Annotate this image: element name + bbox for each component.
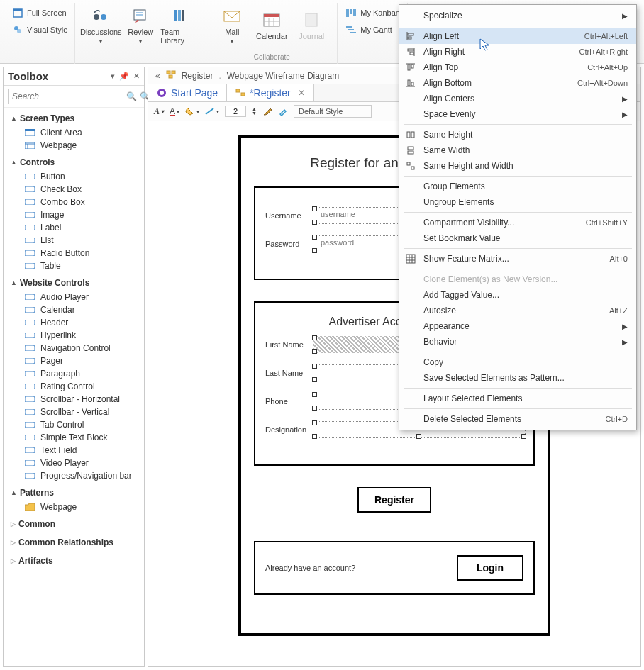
toolbox-item[interactable]: Image (4, 208, 144, 221)
discussions-button[interactable]: Discussions▾ (81, 3, 121, 45)
ctx-delete-sel[interactable]: Delete Selected ElementsCtrl+D (399, 411, 636, 427)
toolbox-item[interactable]: Button (4, 170, 144, 183)
group-artifacts[interactable]: ▷Artifacts (4, 553, 144, 569)
toolbox-item[interactable]: Table (4, 259, 144, 272)
toolbox-item[interactable]: Tab Control (4, 418, 144, 431)
control-icon (25, 248, 35, 258)
toolbox-item[interactable]: Hyperlink (4, 329, 144, 342)
login-panel[interactable]: Already have an account? Login (254, 541, 535, 595)
group-common[interactable]: ▷Common (4, 516, 144, 532)
visualstyle-button[interactable]: Visual Style (10, 23, 69, 37)
tab-startpage[interactable]: Start Page (148, 84, 227, 101)
line-weight-input[interactable] (225, 106, 246, 117)
toolbox-item[interactable]: Check Box (4, 183, 144, 196)
toolbox-item[interactable]: Header (4, 316, 144, 329)
mail-button[interactable]: Mail▾ (212, 3, 252, 45)
toolbox-item[interactable]: Rating Control (4, 380, 144, 393)
register-button[interactable]: Register (357, 487, 431, 513)
toolbox-item[interactable]: Calendar (4, 303, 144, 316)
ctx-specialize[interactable]: Specialize▶ (399, 8, 636, 23)
ctx-same-width[interactable]: Same Width (399, 143, 636, 158)
group-patterns[interactable]: ▲Patterns (4, 485, 144, 501)
toolbox-item[interactable]: Label (4, 221, 144, 234)
group-website-controls[interactable]: ▲Website Controls (4, 275, 144, 291)
picker-tool[interactable] (278, 106, 288, 116)
toolbox-item[interactable]: Paragraph (4, 367, 144, 380)
control-icon (25, 471, 35, 481)
spinner[interactable]: ▲▼ (252, 107, 257, 116)
ctx-space-evenly[interactable]: Space Evenly▶ (399, 106, 636, 122)
toolbox-item[interactable]: Scrollbar - Horizontal (4, 393, 144, 406)
brush-tool[interactable] (262, 106, 272, 116)
ctx-add-tagged[interactable]: Add Tagged Value... (399, 287, 636, 303)
toolbox-close-icon[interactable]: ✕ (133, 72, 140, 81)
control-icon (25, 223, 35, 233)
mygantt-button[interactable]: My Gantt (343, 23, 401, 37)
toolbox-item[interactable]: Webpage (4, 501, 144, 513)
breadcrumb-item[interactable]: Webpage Wireframe Diagram (227, 71, 340, 81)
toolbox-item[interactable]: Scrollbar - Vertical (4, 406, 144, 418)
gantt-icon (345, 23, 357, 36)
search-clear-icon[interactable]: 🔍 (126, 91, 137, 102)
tab-close-icon[interactable]: ✕ (298, 88, 305, 98)
toolbox-item[interactable]: Text Field (4, 444, 144, 457)
lastname-label: Last Name (265, 369, 315, 377)
journal-button[interactable]: Journal (292, 3, 331, 45)
tab-label: Start Page (171, 87, 218, 99)
ctx-save-pattern[interactable]: Save Selected Elements as Pattern... (399, 370, 636, 386)
password-label: Password (265, 240, 315, 248)
ctx-align-centers[interactable]: Align Centers▶ (399, 91, 636, 106)
toolbox-item[interactable]: Simple Text Block (4, 431, 144, 444)
ctx-ungroup[interactable]: Ungroup Elements (399, 194, 636, 210)
toolbox-item[interactable]: Audio Player (4, 291, 144, 303)
ctx-compartment-vis[interactable]: Compartment Visibility...Ctrl+Shift+Y (399, 215, 636, 230)
ctx-align-left[interactable]: Align LeftCtrl+Alt+Left (399, 28, 636, 44)
group-screen-types[interactable]: ▲Screen Types (4, 111, 144, 126)
nav-back-icon[interactable]: « (155, 71, 160, 81)
toolbox-item[interactable]: Navigation Control (4, 342, 144, 354)
ctx-show-feature[interactable]: Show Feature Matrix...Alt+0 (399, 251, 636, 267)
calendar-button[interactable]: Calendar (252, 3, 292, 45)
review-button[interactable]: Review▾ (121, 3, 160, 45)
ctx-copy[interactable]: Copy (399, 354, 636, 370)
font-color[interactable]: A▾ (170, 106, 179, 116)
toolbox-search-input[interactable] (8, 89, 123, 104)
toolbox-item[interactable]: Webpage (4, 139, 144, 152)
toolbox-item[interactable]: Combo Box (4, 196, 144, 208)
submenu-arrow-icon: ▶ (622, 111, 628, 118)
appearance-button[interactable]: Full Screen (10, 6, 68, 20)
toolbox-dropdown-icon[interactable]: ▾ (111, 72, 115, 81)
group-common-rel[interactable]: ▷Common Relationships (4, 535, 144, 550)
line-color[interactable]: ▾ (205, 107, 219, 116)
ctx-group[interactable]: Group Elements (399, 179, 636, 194)
font-picker[interactable]: A ▾ (154, 106, 164, 117)
toolbox-item[interactable]: Progress/Navigation bar (4, 469, 144, 482)
mykanban-button[interactable]: My Kanban (343, 6, 401, 20)
context-menu: Specialize▶ Align LeftCtrl+Alt+Left Alig… (399, 4, 637, 430)
style-combo[interactable]: Default Style (294, 105, 372, 118)
ctx-layout-sel[interactable]: Layout Selected Elements (399, 391, 636, 406)
toolbox-item[interactable]: Pager (4, 354, 144, 367)
ctx-align-right[interactable]: Align RightCtrl+Alt+Right (399, 44, 636, 60)
fill-color[interactable]: ▾ (185, 107, 199, 116)
tab-register[interactable]: *Register ✕ (227, 84, 314, 101)
ctx-autosize[interactable]: AutosizeAlt+Z (399, 303, 636, 318)
login-button[interactable]: Login (457, 555, 523, 581)
toolbox-item[interactable]: Client Area (4, 126, 144, 139)
ctx-same-height[interactable]: Same Height (399, 127, 636, 143)
breadcrumb-item[interactable]: Register (182, 71, 213, 81)
ctx-same-both[interactable]: Same Height and Width (399, 158, 636, 174)
control-icon (25, 369, 35, 379)
toolbox-item[interactable]: Video Player (4, 457, 144, 469)
toolbox-item[interactable]: List (4, 234, 144, 247)
ctx-appearance[interactable]: Appearance▶ (399, 318, 636, 334)
ctx-align-bottom[interactable]: Align BottomCtrl+Alt+Down (399, 75, 636, 91)
toolbox-item[interactable]: Radio Button (4, 247, 144, 259)
ctx-behavior[interactable]: Behavior▶ (399, 334, 636, 350)
ctx-align-top[interactable]: Align TopCtrl+Alt+Up (399, 60, 636, 75)
teamlibrary-button[interactable]: Team Library (160, 3, 200, 45)
group-controls[interactable]: ▲Controls (4, 155, 144, 170)
toolbox-pin-icon[interactable]: 📌 (119, 72, 129, 81)
svg-rect-78 (408, 151, 413, 154)
ctx-set-bookmark[interactable]: Set Bookmark Value (399, 230, 636, 246)
